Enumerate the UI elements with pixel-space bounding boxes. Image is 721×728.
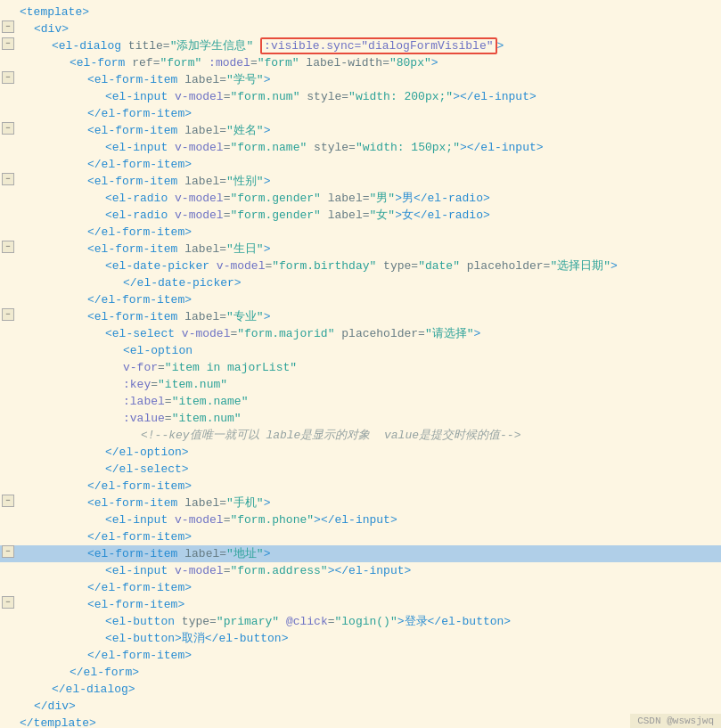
code-line: <el-input v-model="form.phone"></el-inpu… <box>0 511 721 528</box>
fold-icon[interactable]: − <box>2 173 14 185</box>
code-line: <el-radio v-model="form.gender" label="男… <box>0 190 721 207</box>
line-content: </el-form-item> <box>16 291 721 308</box>
fold-icon[interactable]: − <box>2 596 14 609</box>
line-content: <el-form-item label="专业"> <box>16 308 721 325</box>
line-content: <el-input v-model="form.address"></el-in… <box>16 562 721 579</box>
code-line: <el-radio v-model="form.gender" label="女… <box>0 207 721 224</box>
fold-icon[interactable]: − <box>2 495 14 507</box>
code-line: −<div> <box>0 20 721 37</box>
line-content: :key="item.num" <box>16 376 721 393</box>
line-content: <el-form-item label="性别"> <box>16 173 721 190</box>
fold-gutter[interactable]: − <box>0 20 16 33</box>
fold-gutter[interactable]: − <box>0 308 16 321</box>
code-line: <el-date-picker v-model="form.birthday" … <box>0 258 721 274</box>
line-content: v-for="item in majorList" <box>16 359 721 376</box>
fold-gutter[interactable]: − <box>0 545 16 558</box>
fold-icon[interactable]: − <box>2 308 14 321</box>
fold-icon[interactable]: − <box>2 122 14 135</box>
attribution: CSDN @wswsjwq <box>637 716 714 726</box>
code-line: </el-select> <box>0 461 721 478</box>
code-line: </el-form> <box>0 664 721 681</box>
code-line: </el-form-item> <box>0 528 721 545</box>
code-line: −<el-form-item label="地址"> <box>0 545 721 562</box>
fold-gutter[interactable]: − <box>0 37 16 50</box>
line-content: <template> <box>16 4 721 20</box>
code-line: </el-form-item> <box>0 224 721 241</box>
bottom-bar: CSDN @wswsjwq <box>630 714 721 728</box>
code-line: <el-input v-model="form.name" style="wid… <box>0 139 721 156</box>
code-line: </el-form-item> <box>0 478 721 495</box>
code-line: −<el-form-item label="姓名"> <box>0 122 721 139</box>
code-editor: <template>−<div>−<el-dialog title="添加学生信… <box>0 0 721 728</box>
line-content: <el-date-picker v-model="form.birthday" … <box>16 258 721 274</box>
line-content: <el-button>取消</el-button> <box>16 630 721 647</box>
code-line: <el-option <box>0 342 721 359</box>
line-content: </el-form-item> <box>16 224 721 241</box>
code-line: v-for="item in majorList" <box>0 359 721 376</box>
code-line: <el-button>取消</el-button> <box>0 630 721 647</box>
line-content: <el-form-item label="学号"> <box>16 71 721 88</box>
line-content: <el-form-item label="姓名"> <box>16 122 721 139</box>
code-line: :value="item.num" <box>0 410 721 427</box>
line-content: <el-form-item label="手机"> <box>16 495 721 511</box>
line-content: </el-form-item> <box>16 156 721 173</box>
line-content: </el-date-picker> <box>16 274 721 291</box>
line-content: <el-select v-model="form.majorid" placeh… <box>16 325 721 342</box>
line-content: <el-dialog title="添加学生信息" :visible.sync=… <box>16 37 721 54</box>
line-content: <div> <box>16 20 721 37</box>
fold-icon[interactable]: − <box>2 545 14 558</box>
line-content: <!--key值唯一就可以 lable是显示的对象 value是提交时候的值--… <box>16 427 721 444</box>
code-line: −<el-dialog title="添加学生信息" :visible.sync… <box>0 37 721 54</box>
fold-icon[interactable]: − <box>2 20 14 33</box>
line-content: </el-form-item> <box>16 647 721 664</box>
line-content: <el-form-item> <box>16 596 721 613</box>
code-line: </el-form-item> <box>0 647 721 664</box>
line-content: <el-form ref="form" :model="form" label-… <box>16 54 721 71</box>
line-content: <el-option <box>16 342 721 359</box>
fold-icon[interactable]: − <box>2 37 14 50</box>
line-content: </template> <box>16 715 721 728</box>
line-content: <el-input v-model="form.phone"></el-inpu… <box>16 511 721 528</box>
line-content: </el-dialog> <box>16 681 721 698</box>
fold-gutter[interactable]: − <box>0 241 16 253</box>
fold-gutter[interactable]: − <box>0 122 16 135</box>
code-line: </el-date-picker> <box>0 274 721 291</box>
line-content: </el-form-item> <box>16 579 721 596</box>
line-content: <el-radio v-model="form.gender" label="女… <box>16 207 721 224</box>
code-line: <!--key值唯一就可以 lable是显示的对象 value是提交时候的值--… <box>0 427 721 444</box>
code-line: :key="item.num" <box>0 376 721 393</box>
code-line: <el-form ref="form" :model="form" label-… <box>0 54 721 71</box>
code-line: </el-form-item> <box>0 105 721 122</box>
code-line: −<el-form-item> <box>0 596 721 613</box>
fold-icon[interactable]: − <box>2 241 14 253</box>
code-line: −<el-form-item label="生日"> <box>0 241 721 258</box>
line-content: </el-form> <box>16 664 721 681</box>
line-content: </el-form-item> <box>16 105 721 122</box>
line-content: <el-form-item label="生日"> <box>16 241 721 258</box>
fold-gutter[interactable]: − <box>0 596 16 609</box>
code-line: −<el-form-item label="性别"> <box>0 173 721 190</box>
line-content: <el-radio v-model="form.gender" label="男… <box>16 190 721 207</box>
code-line: <template> <box>0 4 721 20</box>
code-line: </el-form-item> <box>0 156 721 173</box>
line-content: <el-input v-model="form.name" style="wid… <box>16 139 721 156</box>
code-line: <el-select v-model="form.majorid" placeh… <box>0 325 721 342</box>
code-line: </template> <box>0 715 721 728</box>
code-line: </el-form-item> <box>0 291 721 308</box>
code-line: <el-input v-model="form.num" style="widt… <box>0 88 721 105</box>
code-line: </el-form-item> <box>0 579 721 596</box>
line-content: </el-option> <box>16 444 721 461</box>
code-line: −<el-form-item label="专业"> <box>0 308 721 325</box>
fold-gutter[interactable]: − <box>0 495 16 507</box>
fold-icon[interactable]: − <box>2 71 14 84</box>
line-content: <el-form-item label="地址"> <box>16 545 721 562</box>
line-content: :label="item.name" <box>16 393 721 410</box>
code-line: </el-dialog> <box>0 681 721 698</box>
line-content: </div> <box>16 698 721 715</box>
fold-gutter[interactable]: − <box>0 173 16 185</box>
line-content: </el-form-item> <box>16 528 721 545</box>
code-line: </div> <box>0 698 721 715</box>
code-line: </el-option> <box>0 444 721 461</box>
fold-gutter[interactable]: − <box>0 71 16 84</box>
code-line: <el-input v-model="form.address"></el-in… <box>0 562 721 579</box>
